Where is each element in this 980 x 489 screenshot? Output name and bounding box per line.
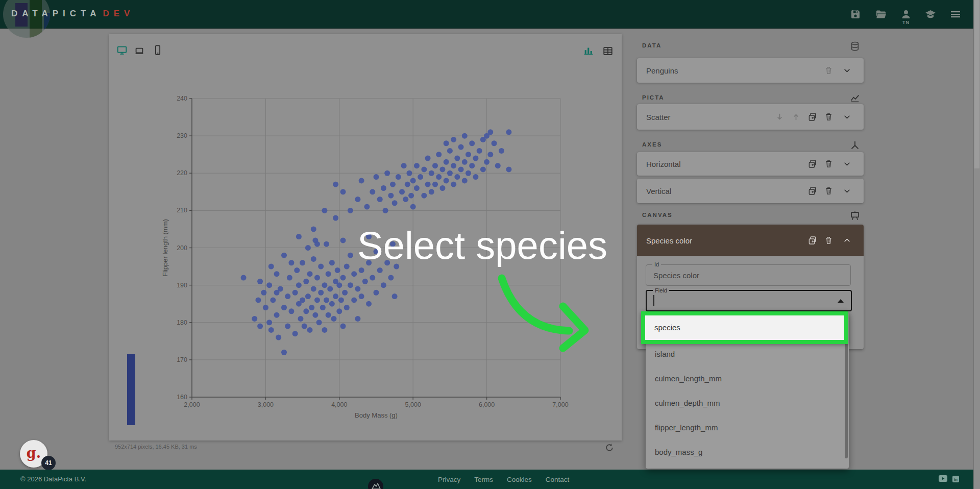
trash-icon[interactable] xyxy=(823,235,834,246)
field-combobox[interactable]: Field xyxy=(646,290,852,311)
count-value: 41 xyxy=(45,459,52,467)
section-canvas: CANVAS xyxy=(637,210,864,222)
graduation-cap-icon[interactable] xyxy=(924,8,937,20)
section-data-label: DATA xyxy=(642,42,662,48)
scatter-plot: 2,0003,0004,0005,0006,0007,0001601701801… xyxy=(109,34,622,441)
refresh-icon[interactable] xyxy=(604,443,615,453)
datapicta-app: { "header": { "brand": "DATAPICTA", "bra… xyxy=(0,0,980,489)
trash-icon[interactable] xyxy=(823,65,834,76)
chevron-down-icon[interactable] xyxy=(842,65,852,76)
move-down-icon[interactable] xyxy=(774,112,785,123)
menu-icon[interactable] xyxy=(949,8,962,20)
line-chart-icon xyxy=(849,93,861,104)
svg-text:3,000: 3,000 xyxy=(258,401,274,408)
user-initials: TN xyxy=(900,20,912,25)
svg-text:210: 210 xyxy=(177,207,187,214)
linkedin-icon[interactable]: in xyxy=(952,476,959,482)
section-picta: PICTA xyxy=(637,93,864,104)
brand-logo xyxy=(3,0,50,38)
section-picta-label: PICTA xyxy=(642,94,665,101)
section-canvas-label: CANVAS xyxy=(642,212,673,218)
copyright-text: © 2026 DataPicta B.V. xyxy=(20,470,86,489)
link-cookies[interactable]: Cookies xyxy=(507,476,532,483)
database-icon xyxy=(849,41,861,52)
trash-icon[interactable] xyxy=(823,159,834,169)
chevron-down-icon[interactable] xyxy=(842,159,852,169)
card-penguins-label: Penguins xyxy=(646,66,678,75)
axes-icon xyxy=(849,140,861,151)
brand-env-tag: DEV xyxy=(103,9,134,18)
folder-open-icon[interactable] xyxy=(875,8,887,20)
card-vertical[interactable]: Vertical xyxy=(637,179,864,203)
duplicate-icon[interactable] xyxy=(807,112,818,123)
svg-text:240: 240 xyxy=(177,95,187,102)
render-status: 952x714 pixels, 16.45 KB, 31 ms xyxy=(115,444,197,450)
svg-text:230: 230 xyxy=(177,132,187,139)
svg-text:7,000: 7,000 xyxy=(552,401,568,408)
section-axes-label: AXES xyxy=(642,141,662,148)
id-input[interactable] xyxy=(646,265,850,285)
svg-text:5,000: 5,000 xyxy=(405,401,421,408)
link-privacy[interactable]: Privacy xyxy=(438,476,460,483)
text-caret xyxy=(653,295,654,306)
card-horizontal-label: Horizontal xyxy=(646,160,681,168)
card-horizontal[interactable]: Horizontal xyxy=(637,152,864,176)
card-scatter[interactable]: Scatter xyxy=(637,104,864,130)
svg-text:200: 200 xyxy=(177,244,187,252)
svg-text:190: 190 xyxy=(177,282,187,289)
duplicate-icon[interactable] xyxy=(807,159,818,169)
field-input[interactable] xyxy=(647,291,851,310)
duplicate-icon[interactable] xyxy=(807,235,818,246)
card-species-color-label: Species color xyxy=(646,236,692,245)
brand-title: DATAPICTADEV xyxy=(11,9,134,19)
app-footer: © 2026 DataPicta B.V. Privacy Terms Cook… xyxy=(0,470,980,489)
move-up-icon[interactable] xyxy=(791,112,801,123)
notification-count-badge[interactable]: 41 xyxy=(41,456,56,470)
page-scrollbar[interactable] xyxy=(973,0,980,489)
svg-text:2,000: 2,000 xyxy=(184,401,200,408)
svg-text:Flipper length (mm): Flipper length (mm) xyxy=(161,219,169,277)
trash-icon[interactable] xyxy=(823,112,834,123)
svg-text:170: 170 xyxy=(177,356,187,363)
chevron-down-icon[interactable] xyxy=(842,112,852,123)
dropdown-option-culmen-length[interactable]: culmen_length_mm xyxy=(646,366,849,391)
scrollbar-thumb[interactable] xyxy=(974,0,979,168)
dropdown-option-flipper-length[interactable]: flipper_length_mm xyxy=(646,415,849,440)
card-species-color[interactable]: Species color xyxy=(637,225,864,256)
svg-text:4,000: 4,000 xyxy=(331,401,347,408)
dropdown-option-species-label: species xyxy=(654,315,680,340)
collapse-arrow-icon[interactable] xyxy=(838,299,844,303)
easel-icon xyxy=(849,210,861,222)
chevron-up-icon[interactable] xyxy=(842,235,852,246)
card-scatter-label: Scatter xyxy=(646,113,671,121)
dropdown-option-species[interactable]: species xyxy=(645,315,844,340)
g-logo-text: g. xyxy=(27,445,41,461)
dropdown-option-body-mass[interactable]: body_mass_g xyxy=(646,440,849,464)
link-contact[interactable]: Contact xyxy=(546,476,570,483)
user-icon[interactable] xyxy=(900,8,912,20)
svg-text:in: in xyxy=(954,477,958,482)
section-data: DATA xyxy=(637,41,864,52)
save-icon[interactable] xyxy=(849,8,862,20)
dropdown-option-island[interactable]: island xyxy=(646,342,849,366)
svg-text:220: 220 xyxy=(177,169,187,177)
svg-text:6,000: 6,000 xyxy=(479,401,495,408)
tutorial-highlight-frame: species xyxy=(641,311,848,344)
mountain-logo-icon[interactable] xyxy=(368,479,383,489)
canvas-panel: 2,0003,0004,0005,0006,0007,0001601701801… xyxy=(109,34,622,441)
footer-links: Privacy Terms Cookies Contact xyxy=(438,470,569,489)
svg-text:160: 160 xyxy=(177,394,187,401)
chevron-down-icon[interactable] xyxy=(842,186,852,197)
card-penguins[interactable]: Penguins xyxy=(637,58,864,83)
section-axes: AXES xyxy=(637,140,864,151)
link-terms[interactable]: Terms xyxy=(474,476,493,483)
duplicate-icon[interactable] xyxy=(807,186,818,197)
card-vertical-label: Vertical xyxy=(646,187,671,195)
id-field[interactable]: Id xyxy=(646,264,851,286)
trash-icon[interactable] xyxy=(823,186,834,197)
brand-name: DATAPICTA xyxy=(11,9,101,18)
svg-text:Body Mass (g): Body Mass (g) xyxy=(355,411,398,419)
svg-text:180: 180 xyxy=(177,319,187,326)
youtube-icon[interactable] xyxy=(939,475,947,482)
dropdown-option-culmen-depth[interactable]: culmen_depth_mm xyxy=(646,391,849,415)
